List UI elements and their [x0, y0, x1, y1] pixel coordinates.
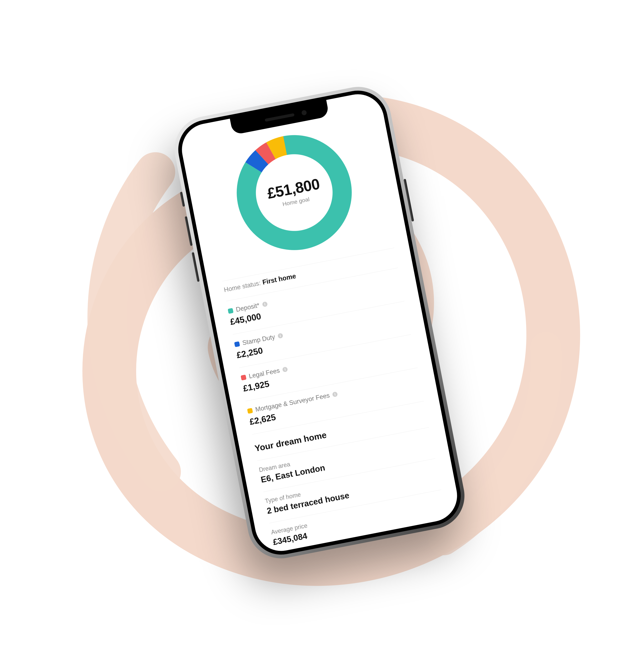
home-status-value: First home — [262, 272, 297, 286]
mute-switch — [180, 192, 185, 207]
swatch-stamp-duty — [234, 341, 240, 347]
camera-icon — [301, 110, 307, 115]
info-icon[interactable]: i — [277, 333, 283, 339]
legend-label: Deposit* — [235, 302, 260, 313]
swatch-legal-fees — [240, 375, 247, 380]
app-screen: £51,800 Home goal Home status: First hom… — [177, 90, 462, 556]
info-icon[interactable]: i — [262, 301, 268, 307]
home-status-label: Home status: — [223, 279, 261, 294]
swatch-mortgage-surveyor — [247, 408, 253, 413]
speaker-icon — [265, 113, 295, 122]
goal-amount: £51,800 — [266, 175, 321, 202]
info-icon[interactable]: i — [282, 366, 288, 372]
info-icon[interactable]: i — [332, 391, 338, 397]
swatch-deposit — [228, 308, 233, 314]
home-goal-chart: £51,800 Home goal — [197, 117, 392, 268]
phone-mockup: £51,800 Home goal Home status: First hom… — [169, 81, 470, 564]
